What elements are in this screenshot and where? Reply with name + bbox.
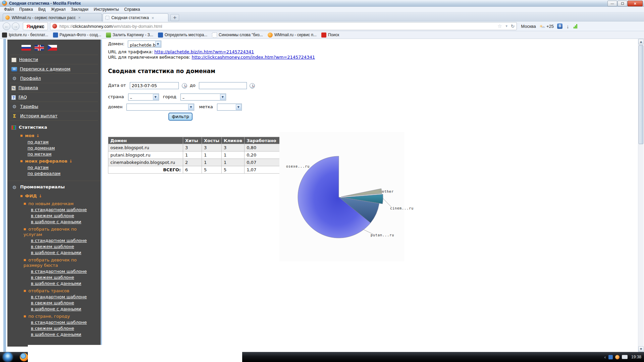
bookmark-item[interactable]: Определить местора... xyxy=(158,33,207,38)
bookmark-item[interactable]: Ipicture.ru - бесплат... xyxy=(2,33,48,38)
bookmark-item[interactable]: Синонимы слова "биз... xyxy=(212,33,263,38)
sidebar-link[interactable]: Переписка с админом xyxy=(20,66,70,71)
czech-flag-icon[interactable] xyxy=(48,45,57,51)
sidebar-bullet-item[interactable]: ■отобрать девочек по услугам xyxy=(7,225,101,238)
sidebar-bullet-item[interactable]: ■по новым девочкам xyxy=(7,199,101,207)
menu-item[interactable]: Журнал xyxy=(48,7,68,12)
download-icon[interactable]: ↓ xyxy=(567,23,569,29)
yandex-bar-icon[interactable]: В xyxy=(557,23,562,29)
weather-widget[interactable]: ☀☁ +25 xyxy=(539,24,554,29)
menu-item[interactable]: Файл xyxy=(1,7,17,12)
bookmark-item[interactable]: Поиск xyxy=(321,33,339,38)
tray-app-icon[interactable] xyxy=(608,355,613,359)
sidebar-item[interactable]: Новости xyxy=(10,55,98,64)
sidebar-link[interactable]: Профайл xyxy=(20,76,41,81)
start-button[interactable] xyxy=(3,352,12,362)
sidebar-sublink-label[interactable]: по меткам xyxy=(28,152,52,157)
sidebar-sublink-label[interactable]: по датам xyxy=(28,165,49,170)
sidebar-sublink-label[interactable]: в шаблоне с данными xyxy=(31,250,81,255)
sidebar-sublink-label[interactable]: по датам xyxy=(28,139,49,144)
minimize-button[interactable]: — xyxy=(607,1,617,6)
sidebar-item[interactable]: ?FAQ xyxy=(10,93,98,102)
sidebar-sublink-label[interactable]: по доменам xyxy=(28,145,55,150)
sidebar-link[interactable]: FAQ xyxy=(18,95,27,100)
sidebar-sublink-label[interactable]: в шаблоне с данными xyxy=(31,332,81,337)
sidebar-item[interactable]: ✉Переписка с админом xyxy=(10,64,98,74)
sidebar-sublink-label[interactable]: в свежем шаблоне xyxy=(31,244,74,249)
hidden-icons-chevron-icon[interactable]: ‹ xyxy=(604,355,606,360)
country-select[interactable]: –▼ xyxy=(128,94,159,101)
back-arrow-icon[interactable]: ← xyxy=(3,22,10,30)
sidebar-item[interactable]: ΣИстория выплат xyxy=(10,111,98,121)
date-to-input[interactable] xyxy=(199,82,247,89)
sidebar-item[interactable]: ⚙Профайл xyxy=(10,74,98,83)
russia-flag-icon[interactable] xyxy=(21,45,31,51)
sidebar-sublink[interactable]: в стандартном шаблоне xyxy=(7,294,101,300)
sidebar-sublink-label[interactable]: в свежем шаблоне xyxy=(31,275,74,280)
sidebar-sublink[interactable]: в шаблоне с данными xyxy=(7,281,101,287)
sidebar-sublink-label[interactable]: в свежем шаблоне xyxy=(31,326,74,331)
sidebar-link[interactable]: История выплат xyxy=(20,113,57,118)
sidebar-sublink[interactable]: в шаблоне с данными xyxy=(7,250,101,256)
sidebar-sublink[interactable]: в шаблоне с данными xyxy=(7,306,101,312)
sidebar-bullet-item[interactable]: ■отобрать трансов xyxy=(7,287,101,294)
city-select[interactable]: –▼ xyxy=(180,94,226,101)
keyboard-layout-icon[interactable] xyxy=(622,355,628,359)
sidebar-sublink[interactable]: в шаблоне с данными xyxy=(7,219,101,225)
sidebar-sublink-label[interactable]: в стандартном шаблоне xyxy=(31,269,87,274)
sidebar-sublink[interactable]: по рефералам xyxy=(7,171,101,177)
taskbar-firefox-icon[interactable] xyxy=(20,353,28,361)
scrollbar[interactable]: ▲ ▼ xyxy=(638,39,644,352)
sidebar-link[interactable]: Тарифы xyxy=(20,104,38,109)
sidebar-sublink[interactable]: по датам xyxy=(7,139,101,145)
traffic-url-link[interactable]: http://plachetde.biz/in.htm?wm=214572434… xyxy=(154,49,254,54)
sidebar-sublink[interactable]: в стандартном шаблоне xyxy=(7,207,101,213)
reload-icon[interactable]: ↻ xyxy=(511,23,515,29)
sidebar-link[interactable]: Новости xyxy=(19,57,38,62)
tab-close-icon[interactable]: × xyxy=(152,15,154,20)
tray-app-icon[interactable] xyxy=(615,355,620,359)
sidebar-bullet-item[interactable]: ■отобрать девочек по размеру бюста xyxy=(7,256,101,268)
sidebar-sublink[interactable]: в свежем шаблоне xyxy=(7,300,101,306)
uk-flag-icon[interactable] xyxy=(35,45,44,51)
filter-domain-select[interactable]: ▼ xyxy=(126,104,194,111)
bookmark-item[interactable]: Радикал-Фото - созд... xyxy=(53,33,101,38)
tag-select[interactable]: ▼ xyxy=(217,104,242,111)
sidebar-sublink-label[interactable]: в свежем шаблоне xyxy=(31,213,74,218)
sidebar-sublink[interactable]: по доменам xyxy=(7,145,101,151)
webmaster-url-link[interactable]: http://clickcashmoney.com/index.htm?wm=2… xyxy=(192,55,315,60)
sidebar-sublink[interactable]: в свежем шаблоне xyxy=(7,244,101,250)
sidebar-sublink-label[interactable]: в стандартном шаблоне xyxy=(31,207,87,212)
calendar-icon[interactable] xyxy=(250,83,255,88)
tab-stats[interactable]: Сводная статистика × xyxy=(103,13,168,22)
yandex-button[interactable]: Яндекс xyxy=(23,22,48,30)
bookmark-item[interactable]: Залить Картинку - З... xyxy=(106,33,153,38)
bookmark-star-icon[interactable]: ☆ xyxy=(497,23,502,29)
filter-button[interactable]: фильтр xyxy=(168,113,193,121)
sidebar-group[interactable]: ■ФИД↓ xyxy=(7,192,101,199)
sidebar-sublink-label[interactable]: в стандартном шаблоне xyxy=(31,320,87,325)
sidebar-bullet-item[interactable]: ■по стране, городу xyxy=(7,312,101,319)
close-button[interactable]: × xyxy=(628,1,643,6)
sidebar-sublink-label[interactable]: в свежем шаблоне xyxy=(31,300,74,305)
date-from-input[interactable] xyxy=(130,82,179,89)
scrollbar-thumb[interactable] xyxy=(639,45,643,144)
sidebar-sublink[interactable]: в свежем шаблоне xyxy=(7,213,101,219)
menu-item[interactable]: Вид xyxy=(36,7,48,12)
menu-item[interactable]: Правка xyxy=(17,7,36,12)
domain-select[interactable]: plachetde.biz▼ xyxy=(128,41,161,48)
address-bar[interactable]: https://clickcashmoney.com/wm/stats-by-d… xyxy=(50,22,517,30)
sidebar-sublink[interactable]: в стандартном шаблоне xyxy=(7,238,101,244)
sidebar-sublink-label[interactable]: в шаблоне с данными xyxy=(31,219,81,224)
sidebar-sublink-label[interactable]: в стандартном шаблоне xyxy=(31,294,87,299)
sidebar-sublink[interactable]: в шаблоне с данными xyxy=(7,331,101,338)
menu-item[interactable]: Закладки xyxy=(68,7,91,12)
sidebar-sublink-label[interactable]: по рефералам xyxy=(28,171,60,176)
new-tab-button[interactable]: + xyxy=(170,14,179,21)
sidebar-link[interactable]: Правила xyxy=(18,85,38,90)
menu-item[interactable]: Инструменты xyxy=(91,7,122,12)
weather-city[interactable]: Москва xyxy=(521,24,536,29)
sidebar-group[interactable]: ■моих рефералов↓ xyxy=(7,157,101,165)
bookmark-item[interactable]: WMmail.ru - сервис п... xyxy=(268,33,317,38)
tab-close-icon[interactable]: × xyxy=(78,15,81,20)
